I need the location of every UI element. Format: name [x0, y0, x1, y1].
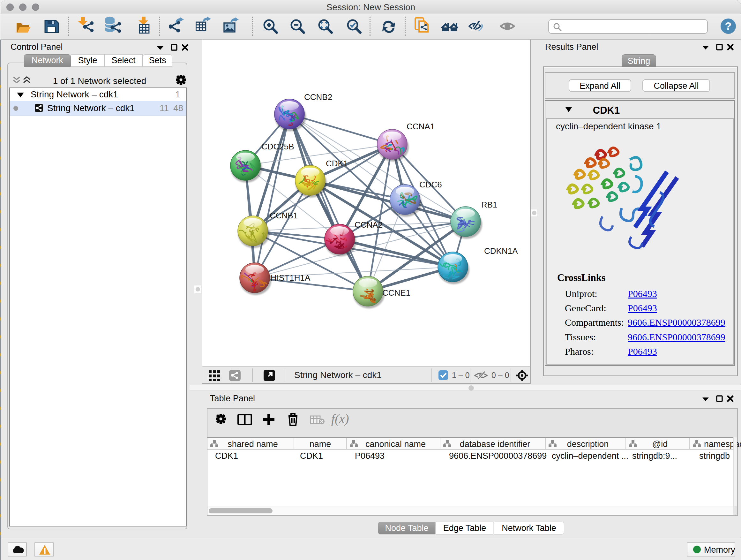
- svg-text:CCNA2: CCNA2: [354, 220, 383, 230]
- svg-text:HIST1H1A: HIST1H1A: [271, 273, 311, 283]
- svg-text:CCNB2: CCNB2: [304, 92, 332, 102]
- svg-text:CCNB1: CCNB1: [270, 211, 298, 220]
- svg-text:CDC6: CDC6: [419, 180, 442, 189]
- svg-text:?: ?: [725, 20, 732, 32]
- svg-text:CDK1: CDK1: [326, 159, 348, 168]
- svg-text:CDC25B: CDC25B: [261, 142, 294, 151]
- svg-text:RB1: RB1: [481, 200, 497, 209]
- svg-text:CDKN1A: CDKN1A: [484, 246, 518, 256]
- svg-text:CCNE1: CCNE1: [382, 288, 410, 298]
- svg-text:CCNA1: CCNA1: [407, 122, 434, 131]
